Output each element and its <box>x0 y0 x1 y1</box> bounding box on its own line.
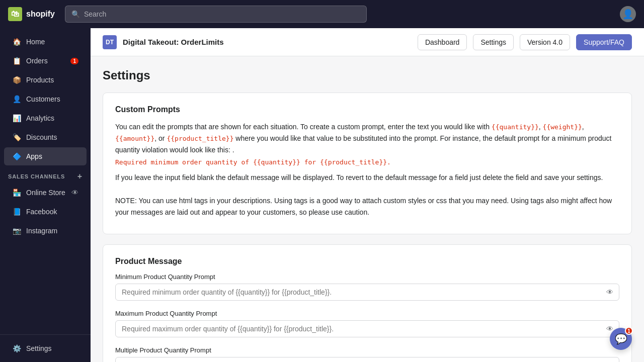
sidebar-item-label: Orders <box>26 57 48 65</box>
sidebar-item-online-store[interactable]: 🏪 Online Store 👁 <box>4 184 87 202</box>
sidebar-item-settings[interactable]: ⚙️ Settings <box>4 339 87 357</box>
products-icon: 📦 <box>12 75 21 84</box>
sidebar-item-home[interactable]: 🏠 Home <box>4 33 87 51</box>
sidebar-item-label: Settings <box>26 344 52 352</box>
sidebar-item-label: Products <box>26 76 54 84</box>
max-product-qty-input-wrapper: 👁 <box>115 320 619 337</box>
app-header: DT Digital Takeout: OrderLimits Dashboar… <box>91 28 644 56</box>
support-faq-button[interactable]: Support/FAQ <box>576 34 632 50</box>
sidebar-item-customers[interactable]: 👤 Customers <box>4 90 87 108</box>
sidebar-item-apps[interactable]: 🔷 Apps <box>4 147 87 165</box>
search-input[interactable] <box>84 10 360 18</box>
multiple-product-qty-label: Multiple Product Quantity Prompt <box>115 346 619 354</box>
customers-icon: 👤 <box>12 95 21 104</box>
product-message-card: Product Message Minimum Product Quantity… <box>103 244 632 362</box>
search-icon: 🔍 <box>71 10 80 18</box>
sidebar-item-analytics[interactable]: 📊 Analytics <box>4 109 87 127</box>
product-message-title: Product Message <box>115 257 619 266</box>
min-product-qty-input[interactable] <box>115 284 619 301</box>
multiple-product-qty-input-wrapper: 👁 <box>115 357 619 362</box>
instagram-icon: 📷 <box>12 226 21 235</box>
min-product-qty-eye-icon[interactable]: 👁 <box>606 288 613 296</box>
custom-prompts-card: Custom Prompts You can edit the prompts … <box>103 93 632 234</box>
settings-icon: ⚙️ <box>12 344 21 353</box>
multiple-product-qty-input[interactable] <box>115 357 619 362</box>
custom-prompts-title: Custom Prompts <box>115 105 619 114</box>
chat-notification-badge: 1 <box>625 327 633 335</box>
sales-channels-section: SALES CHANNELS + <box>0 166 91 183</box>
min-product-qty-input-wrapper: 👁 <box>115 284 619 301</box>
sidebar-item-label: Home <box>26 38 45 46</box>
example-code: Required minimum order quantity of {{qua… <box>115 157 619 168</box>
page-content: Settings Custom Prompts You can edit the… <box>91 56 644 362</box>
version-button[interactable]: Version 4.0 <box>520 34 570 50</box>
facebook-icon: 📘 <box>12 207 21 216</box>
multiple-product-qty-field: Multiple Product Quantity Prompt 👁 <box>115 346 619 362</box>
shopify-logo-icon: 🛍 <box>8 7 22 21</box>
sidebar-item-instagram[interactable]: 📷 Instagram <box>4 222 87 240</box>
max-product-qty-field: Maximum Product Quantity Prompt 👁 <box>115 310 619 337</box>
sidebar-item-facebook[interactable]: 📘 Facebook <box>4 203 87 221</box>
sidebar-item-label: Apps <box>26 152 42 160</box>
top-navigation: 🛍 shopify 🔍 👤 <box>0 0 644 28</box>
custom-prompts-description2: If you leave the input field blank the d… <box>115 172 619 183</box>
online-store-eye-icon[interactable]: 👁 <box>71 189 78 197</box>
qty-placeholder: {{quantity}} <box>492 123 539 131</box>
chat-icon: 💬 <box>615 333 627 345</box>
weight-placeholder: {{weight}} <box>543 123 582 131</box>
logo: 🛍 shopify <box>8 7 55 21</box>
sidebar-item-label: Discounts <box>26 133 57 141</box>
app-title: Digital Takeout: OrderLimits <box>123 38 412 46</box>
sidebar-item-label: Instagram <box>26 227 57 235</box>
main-layout: 🏠 Home 📋 Orders 1 📦 Products 👤 Customers… <box>0 28 644 362</box>
add-channel-button[interactable]: + <box>77 172 83 181</box>
logo-text: shopify <box>26 10 55 19</box>
main-content: DT Digital Takeout: OrderLimits Dashboar… <box>91 28 644 362</box>
sidebar-item-label: Customers <box>26 95 60 103</box>
page-title: Settings <box>103 68 632 82</box>
orders-badge: 1 <box>70 58 78 64</box>
avatar[interactable]: 👤 <box>620 6 636 22</box>
sidebar-item-orders[interactable]: 📋 Orders 1 <box>4 52 87 70</box>
min-product-qty-label: Minimum Product Quantity Prompt <box>115 273 619 281</box>
app-logo: DT <box>103 35 117 49</box>
max-product-qty-input[interactable] <box>115 320 619 337</box>
max-product-qty-label: Maximum Product Quantity Prompt <box>115 310 619 317</box>
sidebar-bottom: ⚙️ Settings <box>0 334 91 358</box>
orders-icon: 📋 <box>12 56 21 65</box>
min-product-qty-field: Minimum Product Quantity Prompt 👁 <box>115 273 619 301</box>
product-title-placeholder: {{product_title}} <box>167 135 233 142</box>
analytics-icon: 📊 <box>12 114 21 123</box>
sidebar-item-products[interactable]: 📦 Products <box>4 71 87 89</box>
sidebar-item-discounts[interactable]: 🏷️ Discounts <box>4 128 87 146</box>
online-store-icon: 🏪 <box>12 188 21 197</box>
custom-prompts-description1: You can edit the prompts that are shown … <box>115 121 619 168</box>
custom-prompts-note: NOTE: You can use html tags in your desc… <box>115 195 619 218</box>
sidebar-item-label: Analytics <box>26 114 54 122</box>
amount-placeholder: {{amount}} <box>115 135 154 142</box>
sidebar-item-label: Online Store <box>26 189 65 197</box>
settings-button[interactable]: Settings <box>473 34 514 50</box>
search-bar[interactable]: 🔍 <box>65 6 367 23</box>
discounts-icon: 🏷️ <box>12 133 21 142</box>
dashboard-button[interactable]: Dashboard <box>418 34 467 50</box>
chat-widget[interactable]: 💬 1 <box>610 328 632 350</box>
apps-icon: 🔷 <box>12 152 21 161</box>
sidebar: 🏠 Home 📋 Orders 1 📦 Products 👤 Customers… <box>0 28 91 362</box>
home-icon: 🏠 <box>12 37 21 46</box>
sidebar-item-label: Facebook <box>26 208 57 216</box>
